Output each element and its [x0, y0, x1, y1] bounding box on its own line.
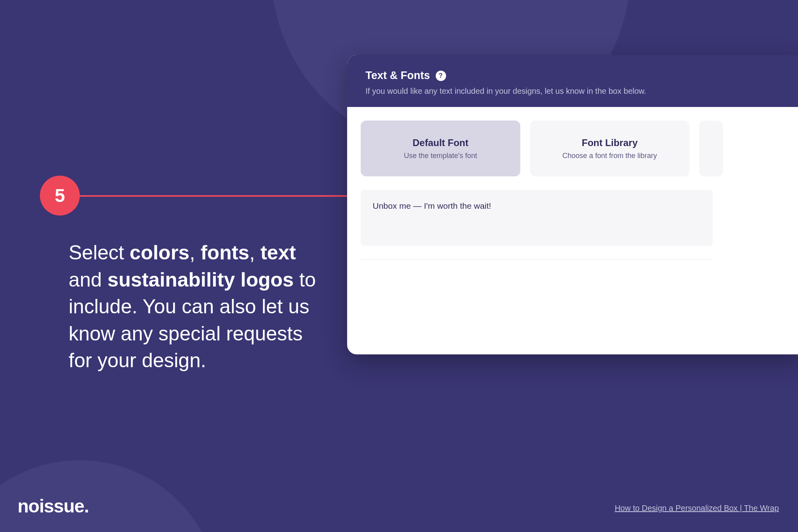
- panel-header: Text & Fonts ? If you would like any tex…: [347, 55, 798, 107]
- panel-divider: [361, 259, 713, 260]
- instruction-part: ,: [190, 241, 201, 264]
- panel-title-row: Text & Fonts ?: [365, 69, 784, 82]
- instruction-part: and: [69, 269, 107, 291]
- font-options-row: Default Font Use the template's font Fon…: [361, 121, 798, 176]
- font-option-subtitle: Use the template's font: [404, 152, 477, 160]
- instruction-part: Select: [69, 241, 130, 264]
- font-option-title: Font Library: [582, 137, 638, 148]
- connector-line: [76, 195, 355, 197]
- font-option-default[interactable]: Default Font Use the template's font: [361, 121, 520, 176]
- panel-title: Text & Fonts: [365, 69, 430, 82]
- instruction-bold-sustainability: sustainability logos: [107, 269, 294, 291]
- custom-text-value: Unbox me — I'm worth the wait!: [373, 201, 701, 211]
- custom-text-input[interactable]: Unbox me — I'm worth the wait!: [361, 190, 713, 246]
- font-option-partial[interactable]: [699, 121, 723, 176]
- font-option-title: Default Font: [413, 137, 468, 148]
- footer-article-link[interactable]: How to Design a Personalized Box | The W…: [615, 504, 779, 513]
- instruction-bold-text: text: [261, 241, 296, 264]
- help-icon[interactable]: ?: [436, 71, 446, 81]
- font-option-subtitle: Choose a font from the library: [562, 152, 657, 160]
- panel-subtitle: If you would like any text included in y…: [365, 87, 784, 96]
- instruction-part: ,: [249, 241, 261, 264]
- step-number: 5: [55, 185, 65, 206]
- instruction-text: Select colors, fonts, text and sustainab…: [69, 239, 316, 374]
- brand-logo: noissue.: [18, 495, 89, 517]
- instruction-bold-fonts: fonts: [201, 241, 249, 264]
- font-option-library[interactable]: Font Library Choose a font from the libr…: [530, 121, 689, 176]
- step-number-badge: 5: [40, 176, 80, 216]
- panel-body: Default Font Use the template's font Fon…: [347, 107, 798, 273]
- instruction-bold-colors: colors: [130, 241, 190, 264]
- text-fonts-panel: Text & Fonts ? If you would like any tex…: [347, 55, 798, 354]
